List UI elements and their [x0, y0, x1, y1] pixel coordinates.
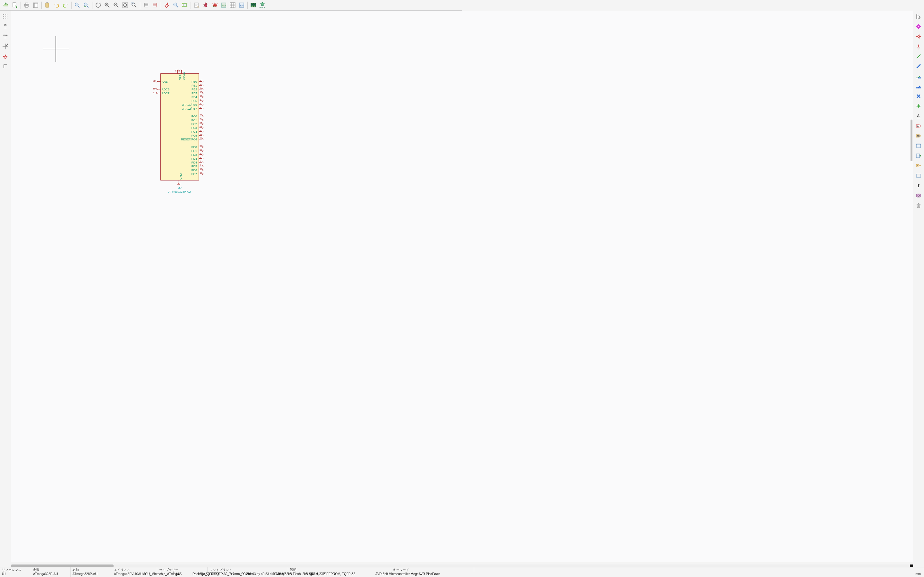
expand-hierarchy-button[interactable]	[142, 1, 150, 10]
svg-line-20	[135, 6, 136, 7]
svg-rect-7	[45, 3, 49, 7]
svg-rect-28	[186, 6, 187, 7]
paste-button[interactable]	[43, 1, 52, 10]
mm-button[interactable]: mm ↔	[1, 32, 10, 41]
svg-point-43	[7, 16, 7, 17]
svg-line-10	[78, 6, 79, 7]
replace-button[interactable]	[82, 1, 91, 10]
zoom-out-button[interactable]	[111, 1, 121, 10]
run-erc-button[interactable]	[162, 1, 171, 10]
find-button[interactable]	[73, 1, 82, 10]
svg-rect-6	[33, 3, 34, 7]
svg-text:BOM: BOM	[240, 5, 244, 7]
svg-text:!: !	[178, 5, 178, 8]
crosshair-icon	[43, 36, 69, 62]
svg-rect-3	[25, 6, 28, 7]
pcb-button[interactable]	[249, 1, 258, 10]
svg-line-12	[87, 6, 89, 7]
back-label: BACK	[259, 6, 265, 9]
svg-point-44	[3, 18, 3, 19]
inspect-button[interactable]: !	[171, 1, 180, 10]
zoom-selection-button[interactable]	[129, 1, 139, 10]
svg-rect-8	[47, 2, 48, 3]
inches-button[interactable]: in ↔	[1, 22, 10, 31]
svg-point-45	[5, 18, 5, 19]
svg-point-17	[124, 3, 127, 7]
svg-point-38	[3, 14, 3, 15]
page-settings-button[interactable]	[31, 1, 40, 10]
svg-point-22	[174, 3, 177, 6]
zoom-in-button[interactable]	[103, 1, 111, 10]
left-toolbar: in ↔ mm ↔	[0, 11, 11, 288]
cursor-full-button[interactable]	[1, 42, 10, 51]
leave-sheet-button[interactable]	[150, 1, 160, 10]
new-sheet-button[interactable]	[10, 1, 19, 10]
grid-toggle-button[interactable]	[1, 12, 10, 21]
origin-button[interactable]	[1, 61, 10, 71]
svg-rect-26	[186, 3, 187, 4]
svg-rect-2	[25, 3, 28, 5]
refresh-button[interactable]	[94, 1, 103, 10]
annotate-button[interactable]	[192, 1, 201, 10]
svg-point-40	[7, 14, 7, 15]
hidden-pins-button[interactable]	[1, 52, 10, 61]
open-button[interactable]	[1, 1, 10, 10]
debug-button[interactable]	[201, 1, 210, 10]
back-button[interactable]: BACK	[258, 2, 267, 9]
svg-point-11	[84, 3, 87, 6]
erc-markers-button[interactable]	[180, 1, 189, 10]
zoom-fit-button[interactable]	[121, 1, 129, 10]
redo-button[interactable]	[61, 1, 70, 10]
svg-point-31	[205, 3, 207, 5]
svg-rect-27	[182, 6, 184, 7]
netlist-button[interactable]: NET	[219, 1, 228, 10]
svg-text:NET: NET	[222, 5, 226, 7]
svg-point-46	[7, 18, 7, 19]
undo-button[interactable]	[52, 1, 61, 10]
svg-point-9	[75, 3, 78, 6]
top-toolbar: ! NET BOM BACK	[0, 0, 462, 11]
svg-rect-25	[182, 3, 184, 4]
print-button[interactable]	[22, 1, 31, 10]
svg-line-16	[117, 6, 118, 7]
bom-button[interactable]: BOM	[237, 1, 246, 10]
svg-rect-34	[230, 3, 235, 8]
schematic-canvas[interactable]: VCC4AVCC8GND3AREF20ADC619ADC722PB012PB11…	[11, 11, 462, 288]
svg-point-41	[3, 16, 3, 17]
bom-table-button[interactable]	[228, 1, 237, 10]
sim-button[interactable]	[210, 1, 219, 10]
svg-point-39	[5, 14, 5, 15]
svg-line-14	[108, 6, 110, 7]
canvas-area[interactable]: VCC4AVCC8GND3AREF20ADC619ADC722PB012PB11…	[11, 11, 462, 288]
svg-point-42	[5, 16, 5, 17]
svg-point-47	[3, 68, 4, 68]
